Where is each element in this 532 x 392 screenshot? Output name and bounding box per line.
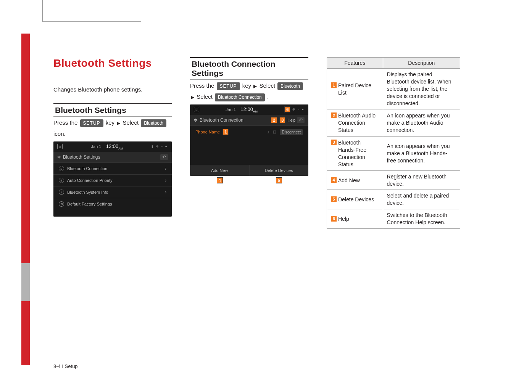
section2-heading: Bluetooth Connection Settings bbox=[192, 59, 307, 78]
status-icons: ❉ ◦ ● bbox=[292, 108, 305, 111]
info-icon: i bbox=[59, 190, 64, 195]
row-label: Auto Connection Priority bbox=[67, 178, 113, 183]
table-row: 5Delete Devices Select and delete a pair… bbox=[327, 190, 460, 209]
intro-text: Changes Bluetooth phone settings. bbox=[53, 86, 172, 93]
table-row: 3Bluetooth Hands-Free Connection Status … bbox=[327, 137, 460, 171]
row-label: Default Factory Settings bbox=[67, 202, 112, 206]
table-header-features: Features bbox=[327, 58, 383, 69]
page-title: Bluetooth Settings bbox=[53, 57, 172, 69]
chevron-icon: › bbox=[165, 190, 166, 195]
setup-key-pill: SETUP bbox=[80, 119, 103, 127]
screenshot-header: ✲ Bluetooth Connection 2 3 Help ↶ bbox=[190, 115, 308, 125]
row-auto-connection: BAuto Connection Priority › bbox=[53, 174, 172, 186]
icon-text: icon. bbox=[53, 129, 172, 138]
triangle-icon: ▶ bbox=[253, 83, 257, 90]
back-icon: ↶ bbox=[160, 154, 168, 160]
row-system-info: iBluetooth System Info › bbox=[53, 186, 172, 198]
callout-2: 2 bbox=[271, 117, 277, 123]
feature-label: Help bbox=[338, 215, 349, 223]
screenshot-statusbar: ⌂ Jan 1 12:00AM ▮ ❉ ◦ ● bbox=[53, 141, 172, 152]
screenshot-bottom-bar: Add New Delete Devices bbox=[190, 165, 308, 176]
callout-3: 3 bbox=[279, 117, 285, 123]
row-badge: 2 bbox=[331, 112, 337, 118]
section1-instruction: Press the SETUP key ▶ Select Bluetooth bbox=[53, 118, 172, 127]
feature-label: Paired Device List bbox=[338, 82, 379, 96]
table-row: 6Help Switches to the Bluetooth Connecti… bbox=[327, 209, 460, 229]
column-1: Bluetooth Settings Changes Bluetooth pho… bbox=[53, 57, 172, 229]
feature-label: Delete Devices bbox=[338, 196, 374, 203]
gear-icon: ✲ bbox=[57, 155, 61, 160]
screenshot-date: Jan 1 12:00AM bbox=[66, 143, 148, 150]
section2-instruction-line1: Press the SETUP key ▶ Select Bluetooth bbox=[190, 81, 308, 90]
priority-icon: B bbox=[59, 178, 64, 183]
column-3: Features Description 1Paired Device List… bbox=[327, 57, 460, 229]
time-text: 12:00AM bbox=[240, 106, 258, 112]
feature-description: Displays the paired Bluetooth device lis… bbox=[383, 69, 460, 109]
feature-description: Select and delete a paired device. bbox=[383, 190, 460, 209]
features-table: Features Description 1Paired Device List… bbox=[327, 57, 460, 229]
help-label: Help bbox=[287, 118, 295, 122]
row-badge: 4 bbox=[331, 177, 337, 183]
row-badge: 1 bbox=[331, 82, 337, 88]
feature-description: Register a new Bluetooth device. bbox=[383, 170, 460, 190]
table-row: 1Paired Device List Displays the paired … bbox=[327, 69, 460, 109]
row-badge: 3 bbox=[331, 140, 337, 145]
bluetooth-pill: Bluetooth bbox=[141, 119, 166, 127]
screenshot-padding bbox=[53, 210, 172, 217]
bluetooth-pill: Bluetooth bbox=[277, 82, 303, 90]
select-text-2: Select bbox=[197, 93, 213, 100]
table-row: 4Add New Register a new Bluetooth device… bbox=[327, 170, 460, 190]
connection-icons: ♪ ☐ bbox=[268, 130, 277, 134]
disconnect-label: Disconnect bbox=[280, 129, 303, 135]
status-icons: ▮ ❉ ◦ ● bbox=[152, 145, 168, 148]
screenshot-spacer bbox=[190, 138, 308, 165]
triangle-icon: ▶ bbox=[191, 94, 194, 101]
page-footer: 8-4 I Setup bbox=[53, 363, 78, 369]
date-text: Jan 1 bbox=[91, 144, 102, 149]
back-icon: ↶ bbox=[297, 117, 305, 123]
row-default-factory: ⟲Default Factory Settings bbox=[53, 198, 172, 210]
home-icon: ⌂ bbox=[194, 107, 199, 112]
page-content: Bluetooth Settings Changes Bluetooth pho… bbox=[0, 0, 532, 392]
table-row: 2Bluetooth Audio Connection Status An ic… bbox=[327, 109, 460, 137]
setup-key-pill: SETUP bbox=[217, 82, 240, 90]
delete-devices-button: Delete Devices bbox=[249, 165, 309, 176]
table-header-description: Description bbox=[383, 58, 460, 69]
bluetooth-connection-pill: Bluetooth Connection bbox=[215, 93, 265, 101]
row-label: Bluetooth Connection bbox=[67, 166, 107, 171]
feature-description: Switches to the Bluetooth Connection Hel… bbox=[383, 209, 460, 229]
grey-side-tab bbox=[21, 263, 30, 301]
select-text: Select bbox=[123, 119, 139, 126]
key-text: key bbox=[106, 119, 114, 126]
gear-icon: ✲ bbox=[194, 118, 197, 123]
settings-screenshot: ⌂ Jan 1 12:00AM ▮ ❉ ◦ ● ✲ Bluetooth Sett… bbox=[53, 141, 172, 217]
screenshot-date: Jan 1 12:00AM bbox=[202, 106, 281, 113]
section1-heading-bar: Bluetooth Settings bbox=[53, 103, 172, 117]
screenshot-title: Bluetooth Settings bbox=[63, 154, 100, 160]
section1-heading: Bluetooth Settings bbox=[55, 106, 170, 115]
column-2: Bluetooth Connection Settings Press the … bbox=[190, 57, 308, 229]
feature-label: Add New bbox=[338, 177, 360, 184]
chevron-icon: › bbox=[165, 166, 166, 171]
phone-row: Phone Name 1 ♪ ☐ Disconnect bbox=[190, 125, 308, 138]
connection-screenshot: ⌂ Jan 1 12:00AM 6 ❉ ◦ ● ✲ Bluetooth Conn… bbox=[190, 104, 308, 176]
callout-4: 4 bbox=[217, 177, 223, 183]
red-side-tab bbox=[21, 34, 30, 365]
press-the-text: Press the bbox=[53, 119, 77, 126]
callout-6: 6 bbox=[284, 106, 290, 112]
home-icon: ⌂ bbox=[57, 144, 63, 149]
screenshot-statusbar: ⌂ Jan 1 12:00AM 6 ❉ ◦ ● bbox=[190, 104, 308, 115]
row-badge: 5 bbox=[331, 196, 337, 202]
date-text: Jan 1 bbox=[226, 107, 236, 112]
section2-heading-bar: Bluetooth Connection Settings bbox=[190, 57, 308, 80]
chevron-icon: › bbox=[165, 178, 166, 183]
feature-description: An icon appears when you make a Bluetoot… bbox=[383, 109, 460, 137]
key-text: key bbox=[242, 82, 251, 89]
row-badge: 6 bbox=[331, 216, 337, 222]
add-new-button: Add New bbox=[190, 165, 249, 176]
callout-5: 5 bbox=[276, 177, 282, 183]
time-text: 12:00AM bbox=[106, 143, 123, 149]
reset-icon: ⟲ bbox=[59, 201, 64, 207]
press-the-text: Press the bbox=[190, 82, 214, 89]
feature-label: Bluetooth Audio Connection Status bbox=[338, 112, 379, 134]
